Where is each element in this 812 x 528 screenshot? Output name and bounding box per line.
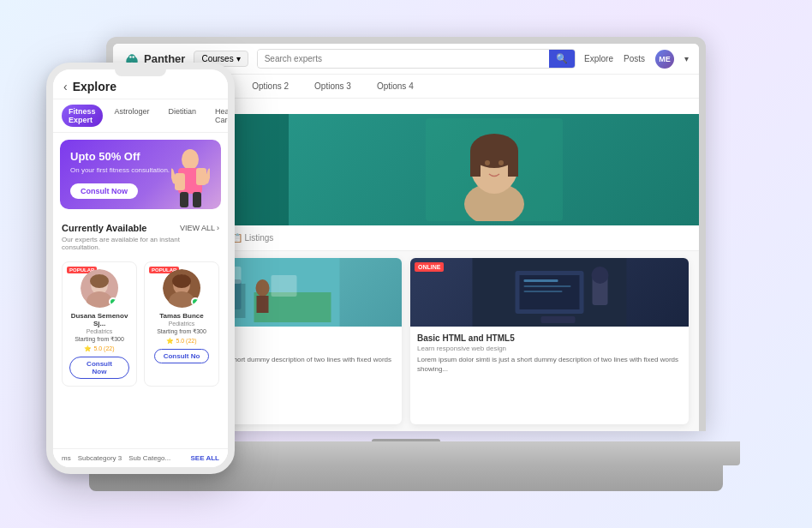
banner-figure <box>171 145 214 209</box>
posts-link[interactable]: Posts <box>624 54 645 63</box>
svg-rect-34 <box>180 192 188 207</box>
svg-point-41 <box>90 274 109 288</box>
course-image-2 <box>410 258 689 327</box>
svg-rect-24 <box>524 279 558 282</box>
user-avatar[interactable]: ME <box>655 50 674 69</box>
back-button[interactable]: ‹ <box>63 80 68 93</box>
course-title-2: Basic HTML and HTML5 <box>417 333 682 343</box>
svg-line-36 <box>171 171 175 182</box>
svg-point-28 <box>592 267 609 284</box>
expert-card-2: POPULAR Tamas Bunce Pediatrics <box>144 261 219 387</box>
expert-name-2: Tamas Bunce <box>159 312 203 320</box>
phone-tab-fitness[interactable]: Fitness Expert <box>62 105 103 127</box>
svg-point-3 <box>129 56 132 58</box>
chevron-right-icon: › <box>217 224 219 232</box>
view-all-button[interactable]: VIEW ALL › <box>180 224 219 232</box>
expert-specialty-2: Pediatrics <box>169 321 195 327</box>
nav-options3[interactable]: Options 3 <box>314 81 351 91</box>
expert-price-2: Starting from ₹300 <box>157 328 206 335</box>
svg-line-37 <box>206 171 210 182</box>
search-bar: 🔍 <box>257 49 576 69</box>
expert-specialty-1: Pediatrics <box>87 328 113 334</box>
phone-tab-astrologer[interactable]: Astrologer <box>108 105 157 127</box>
phone-tabs: Fitness Expert Astrologer Dietitian Heal… <box>53 99 228 133</box>
svg-point-45 <box>172 274 191 288</box>
phone-explore-title: Explore <box>73 80 116 93</box>
svg-rect-9 <box>470 151 481 177</box>
header-right: Explore Posts ME ▾ <box>584 50 689 69</box>
phone-tab-health[interactable]: Health Care <box>208 105 228 127</box>
expert-price-1: Starting from ₹300 <box>75 336 124 343</box>
hero-woman-svg <box>426 118 563 221</box>
course-badge-2: ONLINE <box>415 262 444 272</box>
available-section: Currently Available VIEW ALL › Our exper… <box>53 216 228 261</box>
avatar-dropdown-icon: ▾ <box>684 54 689 63</box>
tab-listings[interactable]: 📋 Listings <box>232 233 274 243</box>
svg-rect-29 <box>541 316 576 323</box>
svg-rect-10 <box>508 151 518 177</box>
course-card-2: ONLINE <box>410 258 689 424</box>
laptop-wrapper: Panther Courses ▾ 🔍 Explore Posts ME <box>72 37 740 491</box>
available-header: Currently Available VIEW ALL › <box>62 223 219 233</box>
chevron-down-icon: ▾ <box>236 54 241 63</box>
expert-avatar-1 <box>81 269 119 308</box>
subcategory-3[interactable]: Sub Catego... <box>128 454 170 462</box>
course-info-2: Basic HTML and HTML5 Learn responsive we… <box>410 327 689 381</box>
experts-row: POPULAR Dusana Semenov Sj... Pediatr <box>53 261 228 387</box>
phone-wrapper: ‹ Explore Fitness Expert Astrologer Diet… <box>46 63 235 474</box>
svg-rect-26 <box>524 291 563 292</box>
course-desc-2: Lorem ipsum dolor simti is just a short … <box>417 355 682 374</box>
promo-banner: Upto 50% Off On your first fitness consu… <box>60 140 221 209</box>
svg-rect-20 <box>257 296 269 313</box>
phone-device: ‹ Explore Fitness Expert Astrologer Diet… <box>46 63 235 474</box>
course-subtitle-2: Learn responsive web design <box>417 345 682 352</box>
svg-rect-25 <box>524 285 571 287</box>
svg-point-12 <box>499 160 504 165</box>
phone-content: ‹ Explore Fitness Expert Astrologer Diet… <box>53 69 228 467</box>
nav-options4[interactable]: Options 4 <box>377 81 414 91</box>
online-indicator-1 <box>109 297 117 306</box>
consult-button-1[interactable]: Consult Now <box>69 357 129 379</box>
svg-rect-35 <box>193 192 201 207</box>
phone-notch <box>115 69 166 76</box>
svg-point-19 <box>256 279 270 297</box>
expert-rating-2: ⭐ 5.0 (22) <box>166 338 196 345</box>
expert-rating-1: ⭐ 5.0 (22) <box>84 345 114 352</box>
explore-link[interactable]: Explore <box>584 54 613 63</box>
hero-center-image <box>289 114 699 225</box>
see-all-button[interactable]: SEE ALL <box>191 454 219 462</box>
search-button[interactable]: 🔍 <box>549 50 575 68</box>
banner-consult-button[interactable]: Consult Now <box>70 183 138 199</box>
expert-name-1: Dusana Semenov Sj... <box>69 312 129 327</box>
svg-point-11 <box>485 160 490 165</box>
subcategory-2[interactable]: Subcategory 3 <box>78 454 122 462</box>
nav-options2[interactable]: Options 2 <box>252 81 289 91</box>
svg-point-4 <box>132 56 134 58</box>
svg-rect-18 <box>272 275 297 297</box>
course-thumb-2: ONLINE <box>410 258 689 327</box>
phone-bottom-bar: ms Subcategory 3 Sub Catego... SEE ALL <box>53 448 228 467</box>
consult-button-2[interactable]: Consult No <box>154 349 210 363</box>
online-indicator-2 <box>191 297 200 306</box>
subcategory-1[interactable]: ms <box>62 454 71 462</box>
svg-point-30 <box>182 149 199 170</box>
expert-avatar-2 <box>163 269 201 308</box>
expert-card-1: POPULAR Dusana Semenov Sj... Pediatr <box>62 261 137 387</box>
fitness-figure-icon <box>171 149 210 209</box>
available-title: Currently Available <box>62 223 146 233</box>
phone-tab-dietitian[interactable]: Dietitian <box>162 105 204 127</box>
available-description: Our experts are available for an instant… <box>62 236 219 251</box>
search-input[interactable] <box>258 51 549 67</box>
